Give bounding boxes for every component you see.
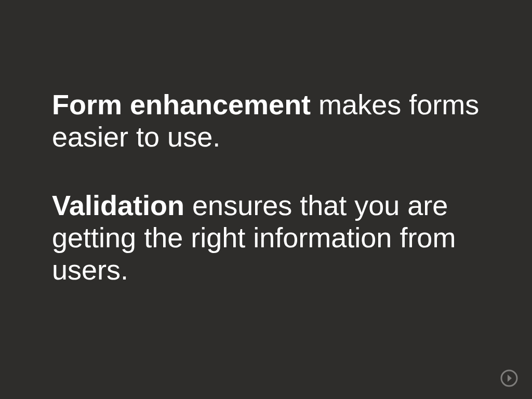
next-button[interactable] (500, 369, 518, 388)
paragraph-2-bold: Validation (52, 190, 184, 221)
slide: Form enhancement makes forms easier to u… (0, 0, 532, 399)
paragraph-1-bold: Form enhancement (52, 89, 311, 120)
arrow-right-circle-icon (500, 369, 518, 387)
paragraph-2: Validation ensures that you are getting … (52, 189, 480, 286)
paragraph-1: Form enhancement makes forms easier to u… (52, 88, 480, 153)
